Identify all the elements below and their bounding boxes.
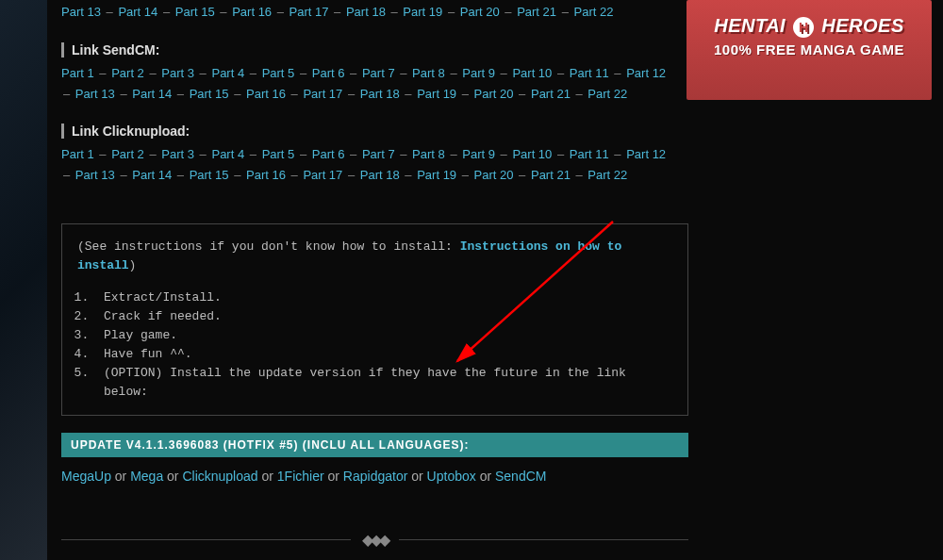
dash-separator: – [346, 66, 359, 80]
update-mirror-link[interactable]: 1Fichier [277, 469, 324, 484]
dash-separator: – [402, 168, 415, 182]
part-link[interactable]: Part 15 [175, 5, 215, 19]
sendcm-parts: Part 1 – Part 2 – Part 3 – Part 4 – Part… [61, 63, 688, 105]
dash-separator: – [63, 87, 74, 101]
instruction-step: Extract/Install. [96, 288, 672, 307]
part-link[interactable]: Part 9 [462, 147, 495, 161]
part-link[interactable]: Part 19 [417, 87, 456, 101]
dash-separator: – [572, 87, 586, 101]
part-link[interactable]: Part 16 [246, 168, 286, 182]
part-link[interactable]: Part 2 [111, 147, 144, 161]
part-link[interactable]: Part 10 [512, 66, 552, 80]
part-link[interactable]: Part 8 [412, 147, 445, 161]
part-link[interactable]: Part 20 [460, 5, 500, 19]
dash-separator: – [397, 66, 410, 80]
part-link[interactable]: Part 12 [626, 66, 666, 80]
dash-separator: – [516, 168, 529, 182]
part-link[interactable]: Part 15 [190, 87, 229, 101]
part-link[interactable]: Part 5 [262, 147, 295, 161]
update-mirror-link[interactable]: MegaUp [61, 469, 111, 484]
top-parts-row: Part 13 – Part 14 – Part 15 – Part 16 – … [61, 0, 688, 24]
ad-banner[interactable]: HENTAI H HEROES 100% FREE MANGA GAME [687, 0, 932, 100]
part-link[interactable]: Part 13 [75, 87, 115, 101]
part-link[interactable]: Part 18 [360, 168, 400, 182]
part-link[interactable]: Part 22 [587, 87, 627, 101]
part-link[interactable]: Part 20 [474, 168, 514, 182]
part-link[interactable]: Part 11 [570, 147, 609, 161]
part-link[interactable]: Part 22 [574, 5, 614, 19]
dash-separator: – [458, 87, 472, 101]
part-link[interactable]: Part 2 [111, 66, 144, 80]
dash-separator: – [388, 5, 401, 19]
part-link[interactable]: Part 14 [118, 5, 157, 19]
dash-separator: – [288, 168, 301, 182]
part-link[interactable]: Part 21 [517, 5, 556, 19]
update-banner: UPDATE V4.1.1.3696083 (HOTFIX #5) (INCLU… [61, 433, 688, 457]
dash-separator: – [572, 168, 586, 182]
dash-separator: – [231, 87, 244, 101]
update-mirror-link[interactable]: Rapidgator [343, 469, 408, 484]
dash-separator: – [344, 87, 357, 101]
part-link[interactable]: Part 4 [211, 147, 244, 161]
dash-separator: – [497, 147, 510, 161]
part-link[interactable]: Part 16 [232, 5, 272, 19]
update-mirror-link[interactable]: Uptobox [427, 469, 476, 484]
dash-separator: – [196, 147, 209, 161]
dash-separator: – [558, 5, 571, 19]
part-link[interactable]: Part 10 [512, 147, 552, 161]
dash-separator: – [174, 168, 187, 182]
update-mirror-link[interactable]: Mega [130, 469, 163, 484]
part-link[interactable]: Part 1 [61, 147, 94, 161]
part-link[interactable]: Part 14 [132, 87, 172, 101]
part-link[interactable]: Part 12 [626, 147, 666, 161]
part-link[interactable]: Part 19 [403, 5, 442, 19]
part-link[interactable]: Part 14 [132, 168, 172, 182]
part-link[interactable]: Part 22 [587, 168, 627, 182]
part-link[interactable]: Part 18 [346, 5, 386, 19]
part-link[interactable]: Part 17 [290, 5, 329, 19]
dash-separator: – [146, 66, 159, 80]
ad-title-1: HENTAI [714, 15, 786, 36]
part-link[interactable]: Part 5 [262, 66, 295, 80]
part-link[interactable]: Part 9 [462, 66, 495, 80]
part-link[interactable]: Part 7 [362, 147, 395, 161]
or-separator: or [476, 469, 495, 484]
part-link[interactable]: Part 18 [360, 87, 400, 101]
part-link[interactable]: Part 17 [303, 87, 342, 101]
or-separator: or [407, 469, 426, 484]
part-link[interactable]: Part 3 [161, 66, 194, 80]
part-link[interactable]: Part 20 [474, 87, 514, 101]
part-link[interactable]: Part 6 [312, 66, 345, 80]
dash-separator: – [554, 147, 567, 161]
dash-separator: – [117, 87, 130, 101]
part-link[interactable]: Part 19 [417, 168, 456, 182]
part-link[interactable]: Part 15 [190, 168, 229, 182]
part-link[interactable]: Part 4 [211, 66, 244, 80]
dash-separator: – [516, 87, 529, 101]
part-link[interactable]: Part 21 [531, 87, 571, 101]
part-link[interactable]: Part 16 [246, 87, 286, 101]
part-link[interactable]: Part 13 [75, 168, 115, 182]
part-link[interactable]: Part 1 [61, 66, 94, 80]
part-link[interactable]: Part 13 [61, 5, 101, 19]
update-mirror-link[interactable]: SendCM [495, 469, 546, 484]
part-link[interactable]: Part 3 [161, 147, 194, 161]
instructions-prefix: (See instructions if you don't know how … [77, 239, 460, 254]
instructions-suffix: ) [129, 258, 137, 272]
part-link[interactable]: Part 21 [531, 168, 571, 182]
part-link[interactable]: Part 6 [312, 147, 345, 161]
dash-separator: – [103, 5, 116, 19]
part-link[interactable]: Part 8 [412, 66, 445, 80]
dash-separator: – [346, 147, 359, 161]
ad-logo-icon: H [793, 17, 814, 38]
or-separator: or [163, 469, 182, 484]
instruction-step: Have fun ^^. [96, 345, 672, 364]
part-link[interactable]: Part 17 [303, 168, 342, 182]
part-link[interactable]: Part 7 [362, 66, 395, 80]
part-link[interactable]: Part 11 [570, 66, 609, 80]
dash-separator: – [458, 168, 472, 182]
dash-separator: – [246, 66, 259, 80]
dash-separator: – [402, 87, 415, 101]
update-mirror-link[interactable]: Clicknupload [182, 469, 257, 484]
ad-title: HENTAI H HEROES [714, 15, 904, 38]
